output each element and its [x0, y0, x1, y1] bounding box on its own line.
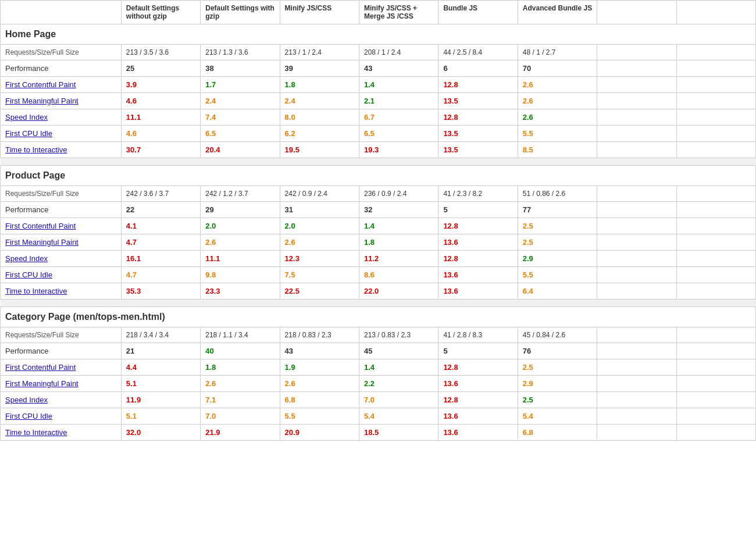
metric-val-category-2-6 [597, 392, 676, 408]
perf-label-product: Performance [1, 202, 122, 218]
requests-val-product-7 [676, 186, 755, 202]
metric-val-home-3-6 [597, 126, 676, 142]
requests-val-home-5: 48 / 1 / 2.7 [518, 45, 597, 60]
requests-val-product-1: 242 / 1.2 / 3.7 [201, 186, 280, 202]
requests-val-category-2: 218 / 0.83 / 2.3 [280, 327, 359, 343]
perf-val-home-2: 39 [280, 60, 359, 77]
perf-val-category-0: 21 [121, 343, 200, 359]
metric-val-category-2-4: 12.8 [438, 392, 518, 408]
metric-label-home-0[interactable]: First Contentful Paint [1, 77, 122, 93]
metric-val-home-3-3: 6.5 [359, 126, 438, 142]
metric-val-product-3-7 [676, 267, 755, 283]
metric-label-category-1[interactable]: First Meaningful Paint [1, 376, 122, 392]
perf-val-home-0: 25 [121, 60, 200, 77]
metric-val-home-3-2: 6.2 [280, 126, 359, 142]
metric-label-product-1[interactable]: First Meaningful Paint [1, 234, 122, 251]
metric-val-category-0-2: 1.9 [280, 359, 359, 376]
metric-val-home-2-2: 8.0 [280, 109, 359, 126]
metric-label-product-2[interactable]: Speed Index [1, 251, 122, 267]
requests-val-category-3: 213 / 0.83 / 2.3 [359, 327, 438, 343]
metric-label-category-2[interactable]: Speed Index [1, 392, 122, 408]
metric-val-home-1-4: 13.5 [438, 93, 518, 109]
metric-val-product-0-0: 4.1 [121, 218, 200, 234]
metric-val-category-4-7 [676, 425, 755, 441]
metric-val-product-2-1: 11.1 [201, 251, 280, 267]
metric-val-product-3-6 [597, 267, 676, 283]
section-title-product: Product Page [1, 166, 756, 186]
metric-val-product-4-0: 35.3 [121, 283, 200, 300]
metric-val-home-2-1: 7.4 [201, 109, 280, 126]
metric-val-category-0-0: 4.4 [121, 359, 200, 376]
metric-val-category-1-2: 2.6 [280, 376, 359, 392]
metric-val-home-0-1: 1.7 [201, 77, 280, 93]
metric-val-home-3-4: 13.5 [438, 126, 518, 142]
metric-val-product-4-6 [597, 283, 676, 300]
metric-label-home-3[interactable]: First CPU Idle [1, 126, 122, 142]
perf-val-product-2: 31 [280, 202, 359, 218]
metric-label-product-4[interactable]: Time to Interactive [1, 283, 122, 300]
metric-val-product-4-4: 13.6 [438, 283, 518, 300]
metric-val-category-2-7 [676, 392, 755, 408]
metric-val-product-3-4: 13.6 [438, 267, 518, 283]
metric-val-category-4-3: 18.5 [359, 425, 438, 441]
metric-val-category-1-7 [676, 376, 755, 392]
metric-label-home-1[interactable]: First Meaningful Paint [1, 93, 122, 109]
perf-val-product-6 [597, 202, 676, 218]
perf-val-product-4: 5 [438, 202, 518, 218]
requests-val-home-7 [676, 45, 755, 60]
metric-val-product-1-0: 4.7 [121, 234, 200, 251]
metric-val-product-0-6 [597, 218, 676, 234]
metric-label-product-3[interactable]: First CPU Idle [1, 267, 122, 283]
requests-val-home-3: 208 / 1 / 2.4 [359, 45, 438, 60]
requests-val-home-6 [597, 45, 676, 60]
metric-val-product-3-5: 5.5 [518, 267, 597, 283]
metric-val-home-2-5: 2.6 [518, 109, 597, 126]
perf-val-product-1: 29 [201, 202, 280, 218]
metric-label-home-2[interactable]: Speed Index [1, 109, 122, 126]
metric-val-home-3-7 [676, 126, 755, 142]
metric-val-category-2-5: 2.5 [518, 392, 597, 408]
metric-label-home-4[interactable]: Time to Interactive [1, 142, 122, 158]
perf-val-category-7 [676, 343, 755, 359]
perf-val-home-6 [597, 60, 676, 77]
header-col-3: Minify JS/CSS [280, 1, 359, 24]
metric-label-category-4[interactable]: Time to Interactive [1, 425, 122, 441]
requests-val-category-1: 218 / 1.1 / 3.4 [201, 327, 280, 343]
metric-val-product-1-7 [676, 234, 755, 251]
metric-val-home-0-6 [597, 77, 676, 93]
metric-val-category-4-4: 13.6 [438, 425, 518, 441]
requests-val-category-0: 218 / 3.4 / 3.4 [121, 327, 200, 343]
metric-val-category-0-1: 1.8 [201, 359, 280, 376]
metric-label-category-3[interactable]: First CPU Idle [1, 408, 122, 425]
metric-val-product-0-1: 2.0 [201, 218, 280, 234]
metric-val-product-2-5: 2.9 [518, 251, 597, 267]
metric-label-product-0[interactable]: First Contentful Paint [1, 218, 122, 234]
metric-val-home-1-5: 2.6 [518, 93, 597, 109]
requests-label-home: Requests/Size/Full Size [1, 45, 122, 60]
metric-val-product-2-7 [676, 251, 755, 267]
perf-val-product-0: 22 [121, 202, 200, 218]
metric-val-product-0-3: 1.4 [359, 218, 438, 234]
metric-val-category-0-7 [676, 359, 755, 376]
perf-val-home-5: 70 [518, 60, 597, 77]
metric-val-product-2-3: 11.2 [359, 251, 438, 267]
perf-val-home-3: 43 [359, 60, 438, 77]
metric-val-home-2-6 [597, 109, 676, 126]
metric-val-category-3-6 [597, 408, 676, 425]
metric-val-category-1-3: 2.2 [359, 376, 438, 392]
metric-val-product-3-2: 7.5 [280, 267, 359, 283]
metric-label-category-0[interactable]: First Contentful Paint [1, 359, 122, 376]
metric-val-home-0-3: 1.4 [359, 77, 438, 93]
metric-val-product-1-3: 1.8 [359, 234, 438, 251]
header-col-7 [597, 1, 676, 24]
metric-val-category-0-3: 1.4 [359, 359, 438, 376]
metric-val-home-2-7 [676, 109, 755, 126]
metric-val-product-1-5: 2.5 [518, 234, 597, 251]
perf-val-category-6 [597, 343, 676, 359]
metric-val-product-1-1: 2.6 [201, 234, 280, 251]
section-title-home: Home Page [1, 24, 756, 45]
perf-label-category: Performance [1, 343, 122, 359]
metric-val-category-4-5: 6.8 [518, 425, 597, 441]
perf-val-product-3: 32 [359, 202, 438, 218]
perf-val-category-5: 76 [518, 343, 597, 359]
